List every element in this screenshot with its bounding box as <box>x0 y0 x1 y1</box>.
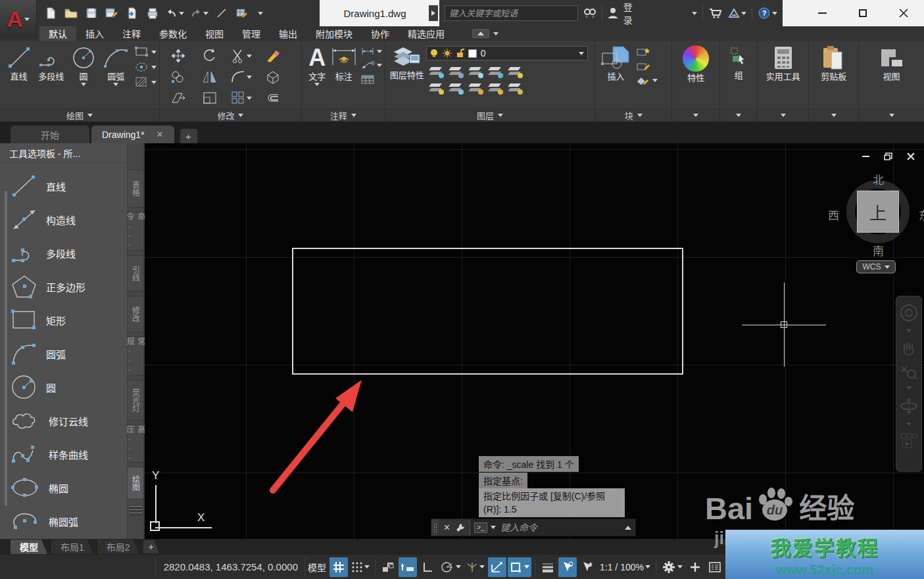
clipboard-button[interactable]: 剪贴板 <box>812 43 856 81</box>
navbar-caret-icon[interactable] <box>906 423 912 426</box>
palette-item-arc[interactable]: 圆弧 <box>11 337 122 370</box>
palette-tab-fluorescent[interactable]: 荧光灯 <box>128 380 144 421</box>
drawing-restore-icon[interactable] <box>884 152 892 160</box>
panel-layers-footer[interactable]: 图层 <box>385 108 595 122</box>
infocenter-expand-icon[interactable] <box>429 5 438 21</box>
ribbon-tab-home[interactable]: 默认 <box>39 26 76 41</box>
layer-thaw-icon[interactable] <box>468 83 483 93</box>
ribbon-tab-parametric[interactable]: 参数化 <box>150 26 196 41</box>
panel-block-footer[interactable]: 块 <box>595 108 671 122</box>
explode-icon[interactable] <box>265 70 281 84</box>
navbar-caret-icon[interactable] <box>906 386 912 390</box>
leader-button[interactable] <box>360 60 382 70</box>
save-icon[interactable] <box>84 6 99 20</box>
utilities-button[interactable]: 实用工具 <box>760 43 806 81</box>
polyline-button[interactable]: 多段线 <box>35 43 67 81</box>
circle-button[interactable]: 圆 <box>68 43 100 86</box>
layer-freeze-icon[interactable] <box>468 66 483 77</box>
dimension-button[interactable]: 标注 <box>330 43 358 81</box>
object-snap-tracking-button[interactable] <box>488 557 506 577</box>
layer-on-icon[interactable] <box>429 83 443 93</box>
palette-item-rectangle[interactable]: 矩形 <box>11 304 122 336</box>
tab-layout2[interactable]: 布局2 <box>97 540 139 554</box>
recent-commands-caret-icon[interactable] <box>491 526 496 529</box>
palette-tab-stack-icon[interactable] <box>130 506 142 509</box>
viewcube-north-label[interactable]: 北 <box>873 171 884 187</box>
panel-draw-footer[interactable]: 绘图 <box>0 108 159 122</box>
palette-tab-modify[interactable]: 修改 <box>128 296 144 333</box>
drawing-minimize-icon[interactable] <box>862 156 869 157</box>
ribbon-tab-view[interactable]: 视图 <box>196 26 233 41</box>
viewcube-top-face[interactable]: 上 <box>857 191 899 233</box>
insert-block-button[interactable]: 插入 <box>598 43 633 81</box>
viewcube-south-label[interactable]: 南 <box>873 242 884 258</box>
search-input[interactable] <box>445 5 578 21</box>
view-button[interactable]: 视图 <box>871 43 912 81</box>
palette-tab-highvoltage[interactable]: 高压... <box>128 425 144 463</box>
wcs-menu[interactable]: WCS <box>856 260 896 273</box>
line-button[interactable]: 直线 <box>3 43 35 81</box>
panel-utilities-footer[interactable] <box>758 108 808 122</box>
qat-sheetset-icon[interactable] <box>235 6 249 20</box>
pan-hand-icon[interactable] <box>900 339 917 356</box>
group-button[interactable]: 组 <box>723 43 754 80</box>
arc-flyout-caret-icon[interactable] <box>113 83 118 86</box>
edit-attribute-button[interactable] <box>636 76 658 85</box>
maximize-button[interactable] <box>842 0 883 26</box>
ortho-mode-button[interactable] <box>418 557 437 577</box>
ribbon-tab-addins[interactable]: 附加模块 <box>306 26 362 41</box>
palette-item-revcloud[interactable]: 修订云线 <box>11 404 122 437</box>
scale-icon[interactable] <box>202 91 218 105</box>
minimize-button[interactable] <box>802 0 842 26</box>
qat-customize-caret-icon[interactable] <box>258 12 263 15</box>
command-prompt-icon[interactable]: >_ <box>474 522 487 533</box>
text-button[interactable]: A 文字 <box>304 43 330 86</box>
orbit-icon[interactable] <box>900 396 918 416</box>
layer-lock-icon[interactable] <box>488 66 502 77</box>
viewcube[interactable]: 北 西 东 南 上 <box>839 172 917 251</box>
create-block-button[interactable] <box>636 47 658 57</box>
polar-tracking-button[interactable] <box>438 557 463 577</box>
edit-block-button[interactable] <box>636 61 658 71</box>
panel-groups-footer[interactable] <box>720 108 757 122</box>
stretch-icon[interactable] <box>170 91 186 105</box>
linear-dimension-button[interactable] <box>360 47 382 56</box>
new-drawing-tab-button[interactable]: + <box>180 129 197 143</box>
palette-tab-draw[interactable]: 绘图 <box>128 467 144 499</box>
palette-item-ellipse[interactable]: 椭圆 <box>11 471 122 504</box>
ribbon-tab-annotate[interactable]: 注释 <box>113 26 150 41</box>
qat-line-icon[interactable] <box>214 6 229 20</box>
command-bar-close-icon[interactable]: ✕ <box>439 522 455 532</box>
copy-icon[interactable] <box>170 70 186 84</box>
isolate-objects-button[interactable] <box>706 557 724 577</box>
palette-item-line[interactable]: 直线 <box>11 170 122 202</box>
open-folder-icon[interactable] <box>64 6 78 20</box>
layer-unlock2-icon[interactable] <box>488 83 502 93</box>
lineweight-button[interactable] <box>539 557 557 577</box>
offset-icon[interactable] <box>265 91 281 105</box>
viewcube-east-label[interactable]: 东 <box>919 206 924 223</box>
grid-display-button[interactable] <box>329 557 348 577</box>
tab-model[interactable]: 模型 <box>11 540 47 554</box>
ribbon-tab-featured[interactable]: 精选应用 <box>399 26 454 41</box>
tool-palette-title[interactable]: 工具选项板 - 所... <box>0 143 127 163</box>
redo-caret-icon[interactable] <box>203 12 208 15</box>
new-file-icon[interactable] <box>43 6 58 20</box>
move-icon[interactable] <box>170 48 186 64</box>
erase-icon[interactable] <box>264 48 281 64</box>
palette-tab-stack-icon[interactable] <box>130 509 142 512</box>
layer-properties-button[interactable]: 图层特性 <box>388 43 426 81</box>
palette-item-elliptical-arc[interactable]: 椭圆弧 <box>11 505 122 538</box>
redo-button[interactable] <box>190 8 208 18</box>
search-icon[interactable] <box>583 7 596 19</box>
ribbon-tab-insert[interactable]: 插入 <box>76 26 113 41</box>
palette-scrollbar[interactable] <box>5 191 7 506</box>
panel-view-footer[interactable] <box>859 108 924 122</box>
application-menu-button[interactable]: A <box>0 0 37 38</box>
navbar-caret-icon[interactable] <box>906 329 912 333</box>
panel-modify-footer[interactable]: 修改 <box>160 108 301 122</box>
annotation-visibility-button[interactable] <box>578 557 596 577</box>
close-button[interactable] <box>883 0 924 26</box>
circle-flyout-caret-icon[interactable] <box>81 83 86 86</box>
ribbon-collapse-button[interactable] <box>472 26 498 41</box>
